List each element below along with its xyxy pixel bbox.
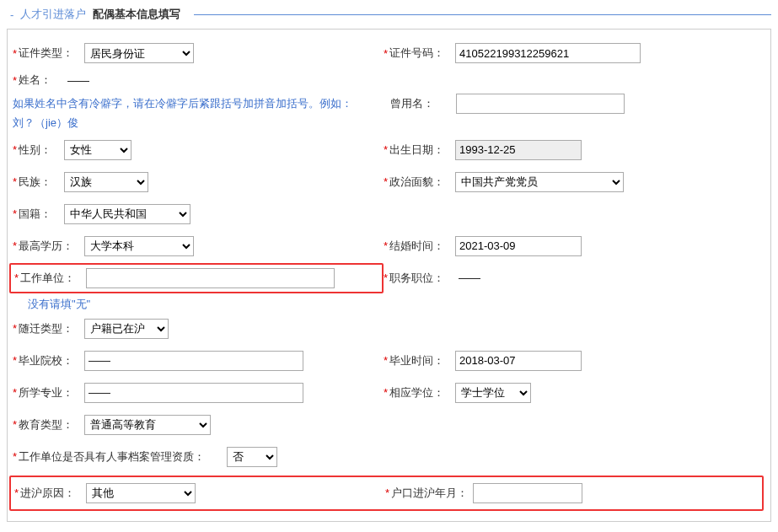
- required-mark: *: [384, 239, 388, 252]
- label-grad-school: 毕业院校：: [19, 353, 79, 368]
- input-id-number[interactable]: [455, 43, 641, 63]
- select-nationality[interactable]: 中华人民共和国: [64, 204, 190, 224]
- input-work-unit[interactable]: [86, 268, 335, 288]
- row-id: * 证件类型： 居民身份证 * 证件号码：: [13, 38, 762, 68]
- input-marriage-time[interactable]: [455, 236, 582, 256]
- select-id-type[interactable]: 居民身份证: [84, 43, 194, 63]
- cell-birth-date: * 出生日期：: [384, 140, 762, 160]
- header-dash: -: [10, 8, 13, 21]
- label-name: 姓名：: [19, 73, 59, 88]
- required-mark: *: [13, 175, 17, 188]
- select-education[interactable]: 大学本科: [84, 236, 194, 256]
- label-political: 政治面貌：: [389, 175, 450, 190]
- label-sh-date: 户口进沪年月：: [391, 486, 468, 501]
- required-mark: *: [384, 354, 388, 367]
- select-edu-type[interactable]: 普通高等教育: [84, 415, 211, 435]
- row-nationality: * 国籍： 中华人民共和国: [13, 199, 762, 229]
- label-hr-qualification: 工作单位是否具有人事档案管理资质：: [19, 449, 205, 465]
- required-mark: *: [13, 450, 17, 463]
- select-degree[interactable]: 学士学位: [455, 383, 531, 403]
- row-gender: * 性别： 女性 * 出生日期：: [13, 135, 762, 165]
- row-edu-type: * 教育类型： 普通高等教育: [13, 410, 762, 440]
- label-ethnicity: 民族：: [19, 175, 59, 190]
- required-mark: *: [14, 271, 19, 284]
- cell-ethnicity: * 民族： 汉族: [13, 172, 384, 192]
- required-mark: *: [14, 486, 19, 499]
- input-name[interactable]: [64, 70, 140, 90]
- select-move-type[interactable]: 户籍已在沪: [84, 319, 169, 339]
- header-title: 配偶基本信息填写: [93, 7, 180, 22]
- row-education: * 最高学历： 大学本科 * 结婚时间：: [13, 231, 762, 261]
- row-hr-qualification: * 工作单位是否具有人事档案管理资质： 否: [13, 442, 762, 472]
- highlight-sh: * 进沪原因： 其他 * 户口进沪年月：: [9, 476, 764, 511]
- required-mark: *: [13, 239, 17, 252]
- label-edu-type: 教育类型：: [19, 417, 79, 433]
- input-sh-date[interactable]: [473, 483, 582, 503]
- label-degree: 相应学位：: [389, 385, 450, 400]
- label-gender: 性别：: [19, 142, 59, 158]
- cell-id-number: * 证件号码：: [384, 43, 762, 63]
- select-ethnicity[interactable]: 汉族: [64, 172, 148, 192]
- cell-move-type: * 随迁类型： 户籍已在沪: [13, 319, 384, 339]
- row-major: * 所学专业： * 相应学位： 学士学位: [13, 378, 762, 408]
- cell-education: * 最高学历： 大学本科: [13, 236, 384, 256]
- label-id-type: 证件类型：: [19, 46, 79, 61]
- required-mark: *: [13, 47, 17, 60]
- row-move-type: * 随迁类型： 户籍已在沪: [13, 314, 762, 344]
- input-former-name[interactable]: [456, 94, 625, 114]
- header-line: [194, 14, 771, 15]
- input-grad-time[interactable]: [455, 351, 582, 371]
- cell-position: * 职务职位：: [384, 263, 762, 288]
- form-frame: * 证件类型： 居民身份证 * 证件号码： * 姓名： 如果姓名中含有冷僻字，请…: [7, 29, 771, 522]
- header-section: 人才引进落户: [20, 7, 86, 22]
- row-ethnicity: * 民族： 汉族 * 政治面貌： 中国共产党党员: [13, 167, 762, 197]
- row-name: * 姓名： 如果姓名中含有冷僻字，请在冷僻字后紧跟括号加拼音加括号。例如：刘？（…: [13, 70, 762, 133]
- cell-degree: * 相应学位： 学士学位: [384, 383, 762, 403]
- cell-name: * 姓名： 如果姓名中含有冷僻字，请在冷僻字后紧跟括号加拼音加括号。例如：刘？（…: [13, 70, 384, 133]
- label-position: 职务职位：: [389, 271, 450, 286]
- cell-nationality: * 国籍： 中华人民共和国: [13, 204, 384, 224]
- label-sh-reason: 进沪原因：: [20, 486, 81, 501]
- row-work-unit: * 工作单位： 没有请填"无" * 职务职位：: [13, 263, 762, 312]
- label-id-number: 证件号码：: [389, 46, 450, 61]
- select-gender[interactable]: 女性: [64, 140, 131, 160]
- cell-grad-time: * 毕业时间：: [384, 351, 762, 371]
- select-sh-reason[interactable]: 其他: [86, 483, 196, 503]
- cell-hr-qualification: * 工作单位是否具有人事档案管理资质： 否: [13, 447, 277, 467]
- label-marriage-time: 结婚时间：: [389, 239, 450, 254]
- label-move-type: 随迁类型：: [19, 321, 79, 336]
- cell-sh-reason: * 进沪原因： 其他: [14, 483, 385, 503]
- input-birth-date[interactable]: [455, 140, 582, 160]
- cell-marriage-time: * 结婚时间：: [384, 236, 762, 256]
- required-mark: *: [13, 74, 17, 87]
- required-mark: *: [384, 143, 388, 156]
- required-mark: *: [384, 175, 388, 188]
- select-hr-qualification[interactable]: 否: [227, 447, 277, 467]
- select-political[interactable]: 中国共产党党员: [455, 172, 624, 192]
- row-grad-school: * 毕业院校： * 毕业时间：: [13, 346, 762, 376]
- required-mark: *: [13, 418, 17, 431]
- hint-no-unit: 没有请填"无": [13, 297, 384, 312]
- highlight-work-unit: * 工作单位：: [9, 263, 384, 293]
- cell-gender: * 性别： 女性: [13, 140, 384, 160]
- hint-rare-char: 如果姓名中含有冷僻字，请在冷僻字后紧跟括号加拼音加括号。例如：刘？（jie）俊: [13, 94, 367, 133]
- label-nationality: 国籍：: [19, 207, 59, 222]
- input-grad-school[interactable]: [84, 351, 303, 371]
- required-mark: *: [384, 47, 388, 60]
- label-major: 所学专业：: [19, 385, 79, 400]
- cell-edu-type: * 教育类型： 普通高等教育: [13, 415, 384, 435]
- required-mark: *: [384, 271, 388, 284]
- label-former-name: 曾用名：: [390, 96, 451, 111]
- input-position[interactable]: [455, 268, 624, 288]
- input-major[interactable]: [84, 383, 303, 403]
- label-grad-time: 毕业时间：: [389, 353, 450, 368]
- row-sh: * 进沪原因： 其他 * 户口进沪年月：: [14, 482, 759, 504]
- required-mark: *: [13, 354, 17, 367]
- required-mark: *: [13, 386, 17, 399]
- label-work-unit: 工作单位：: [20, 271, 81, 286]
- required-mark: *: [385, 486, 389, 499]
- cell-work-unit-wrap: * 工作单位： 没有请填"无": [13, 263, 384, 312]
- required-mark: *: [13, 143, 17, 156]
- cell-major: * 所学专业：: [13, 383, 384, 403]
- required-mark: *: [13, 207, 17, 220]
